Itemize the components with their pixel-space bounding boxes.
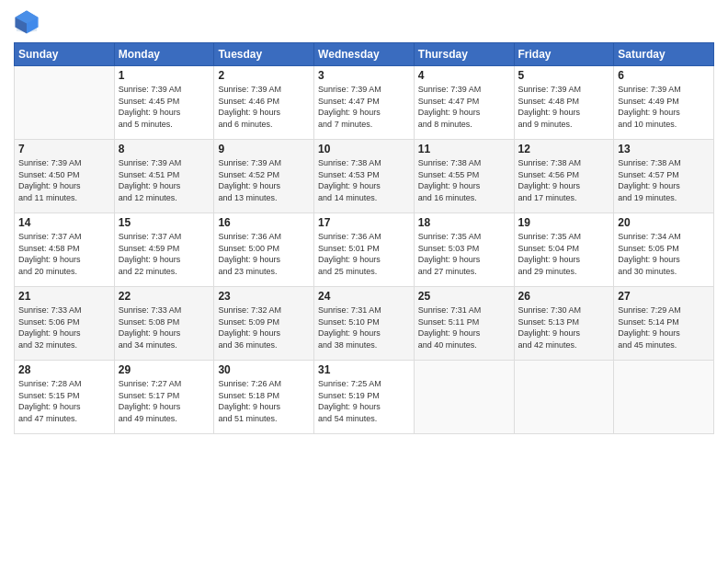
header-cell-thursday: Thursday [414, 43, 514, 66]
day-number: 5 [518, 69, 610, 82]
day-info: Sunrise: 7:39 AM Sunset: 4:47 PM Dayligh… [418, 84, 510, 130]
logo [14, 9, 43, 35]
day-info: Sunrise: 7:35 AM Sunset: 5:03 PM Dayligh… [418, 231, 510, 277]
day-info: Sunrise: 7:38 AM Sunset: 4:57 PM Dayligh… [618, 157, 710, 203]
day-cell: 14Sunrise: 7:37 AM Sunset: 4:58 PM Dayli… [15, 213, 115, 287]
day-info: Sunrise: 7:39 AM Sunset: 4:49 PM Dayligh… [618, 84, 710, 130]
header [14, 9, 714, 35]
day-number: 17 [318, 216, 410, 229]
day-cell: 31Sunrise: 7:25 AM Sunset: 5:19 PM Dayli… [314, 361, 415, 434]
header-cell-tuesday: Tuesday [214, 43, 314, 66]
day-number: 22 [119, 290, 210, 303]
day-info: Sunrise: 7:39 AM Sunset: 4:50 PM Dayligh… [18, 157, 110, 203]
day-number: 14 [18, 216, 110, 229]
day-info: Sunrise: 7:35 AM Sunset: 5:04 PM Dayligh… [518, 231, 610, 277]
day-info: Sunrise: 7:26 AM Sunset: 5:18 PM Dayligh… [218, 378, 310, 424]
day-number: 9 [218, 143, 310, 155]
header-cell-wednesday: Wednesday [314, 43, 415, 66]
day-info: Sunrise: 7:34 AM Sunset: 5:05 PM Dayligh… [618, 231, 710, 277]
day-cell: 16Sunrise: 7:36 AM Sunset: 5:00 PM Dayli… [214, 213, 314, 287]
day-info: Sunrise: 7:30 AM Sunset: 5:13 PM Dayligh… [518, 304, 610, 350]
day-cell: 20Sunrise: 7:34 AM Sunset: 5:05 PM Dayli… [614, 213, 714, 287]
day-info: Sunrise: 7:39 AM Sunset: 4:47 PM Dayligh… [318, 84, 410, 130]
day-number: 19 [518, 216, 610, 229]
day-cell: 29Sunrise: 7:27 AM Sunset: 5:17 PM Dayli… [114, 361, 214, 434]
day-number: 29 [119, 363, 210, 376]
day-number: 24 [318, 290, 410, 303]
day-info: Sunrise: 7:39 AM Sunset: 4:52 PM Dayligh… [218, 157, 310, 203]
day-cell: 18Sunrise: 7:35 AM Sunset: 5:03 PM Dayli… [414, 213, 514, 287]
day-cell: 27Sunrise: 7:29 AM Sunset: 5:14 PM Dayli… [614, 287, 714, 361]
day-info: Sunrise: 7:36 AM Sunset: 5:00 PM Dayligh… [218, 231, 310, 277]
day-number: 21 [18, 290, 110, 303]
week-row-2: 14Sunrise: 7:37 AM Sunset: 4:58 PM Dayli… [15, 213, 714, 287]
header-cell-saturday: Saturday [614, 43, 714, 66]
day-info: Sunrise: 7:36 AM Sunset: 5:01 PM Dayligh… [318, 231, 410, 277]
day-cell: 9Sunrise: 7:39 AM Sunset: 4:52 PM Daylig… [214, 140, 314, 213]
day-cell: 28Sunrise: 7:28 AM Sunset: 5:15 PM Dayli… [15, 361, 115, 434]
day-cell: 17Sunrise: 7:36 AM Sunset: 5:01 PM Dayli… [314, 213, 415, 287]
day-info: Sunrise: 7:38 AM Sunset: 4:56 PM Dayligh… [518, 157, 610, 203]
header-cell-sunday: Sunday [15, 43, 115, 66]
day-info: Sunrise: 7:33 AM Sunset: 5:06 PM Dayligh… [18, 304, 110, 350]
day-number: 13 [618, 143, 710, 155]
day-info: Sunrise: 7:31 AM Sunset: 5:10 PM Dayligh… [318, 304, 410, 350]
day-cell: 1Sunrise: 7:39 AM Sunset: 4:45 PM Daylig… [114, 66, 214, 140]
day-info: Sunrise: 7:37 AM Sunset: 4:58 PM Dayligh… [18, 231, 110, 277]
day-cell [614, 361, 714, 434]
day-number: 26 [518, 290, 610, 303]
day-number: 12 [518, 143, 610, 155]
calendar-table: SundayMondayTuesdayWednesdayThursdayFrid… [14, 42, 714, 434]
day-cell: 8Sunrise: 7:39 AM Sunset: 4:51 PM Daylig… [114, 140, 214, 213]
day-info: Sunrise: 7:39 AM Sunset: 4:45 PM Dayligh… [119, 84, 210, 130]
day-cell: 23Sunrise: 7:32 AM Sunset: 5:09 PM Dayli… [214, 287, 314, 361]
day-info: Sunrise: 7:33 AM Sunset: 5:08 PM Dayligh… [119, 304, 210, 350]
day-number: 27 [618, 290, 710, 303]
day-info: Sunrise: 7:38 AM Sunset: 4:53 PM Dayligh… [318, 157, 410, 203]
day-number: 2 [218, 69, 310, 82]
day-cell: 5Sunrise: 7:39 AM Sunset: 4:48 PM Daylig… [514, 66, 614, 140]
day-cell: 13Sunrise: 7:38 AM Sunset: 4:57 PM Dayli… [614, 140, 714, 213]
day-cell: 4Sunrise: 7:39 AM Sunset: 4:47 PM Daylig… [414, 66, 514, 140]
day-cell: 26Sunrise: 7:30 AM Sunset: 5:13 PM Dayli… [514, 287, 614, 361]
header-cell-friday: Friday [514, 43, 614, 66]
day-cell: 2Sunrise: 7:39 AM Sunset: 4:46 PM Daylig… [214, 66, 314, 140]
day-number: 25 [418, 290, 510, 303]
day-cell: 3Sunrise: 7:39 AM Sunset: 4:47 PM Daylig… [314, 66, 415, 140]
week-row-3: 21Sunrise: 7:33 AM Sunset: 5:06 PM Dayli… [15, 287, 714, 361]
day-number: 7 [18, 143, 110, 155]
day-info: Sunrise: 7:39 AM Sunset: 4:46 PM Dayligh… [218, 84, 310, 130]
day-cell [15, 66, 115, 140]
day-cell: 25Sunrise: 7:31 AM Sunset: 5:11 PM Dayli… [414, 287, 514, 361]
day-cell: 24Sunrise: 7:31 AM Sunset: 5:10 PM Dayli… [314, 287, 415, 361]
day-info: Sunrise: 7:27 AM Sunset: 5:17 PM Dayligh… [119, 378, 210, 424]
calendar-header-row: SundayMondayTuesdayWednesdayThursdayFrid… [15, 43, 714, 66]
day-number: 31 [318, 363, 410, 376]
day-cell: 22Sunrise: 7:33 AM Sunset: 5:08 PM Dayli… [114, 287, 214, 361]
day-cell [514, 361, 614, 434]
week-row-4: 28Sunrise: 7:28 AM Sunset: 5:15 PM Dayli… [15, 361, 714, 434]
day-info: Sunrise: 7:32 AM Sunset: 5:09 PM Dayligh… [218, 304, 310, 350]
day-cell [414, 361, 514, 434]
day-number: 1 [119, 69, 210, 82]
day-cell: 30Sunrise: 7:26 AM Sunset: 5:18 PM Dayli… [214, 361, 314, 434]
day-cell: 15Sunrise: 7:37 AM Sunset: 4:59 PM Dayli… [114, 213, 214, 287]
day-number: 28 [18, 363, 110, 376]
day-number: 11 [418, 143, 510, 155]
day-info: Sunrise: 7:38 AM Sunset: 4:55 PM Dayligh… [418, 157, 510, 203]
week-row-1: 7Sunrise: 7:39 AM Sunset: 4:50 PM Daylig… [15, 140, 714, 213]
day-number: 15 [119, 216, 210, 229]
day-number: 8 [119, 143, 210, 155]
header-cell-monday: Monday [114, 43, 214, 66]
day-cell: 6Sunrise: 7:39 AM Sunset: 4:49 PM Daylig… [614, 66, 714, 140]
day-info: Sunrise: 7:39 AM Sunset: 4:48 PM Dayligh… [518, 84, 610, 130]
day-cell: 21Sunrise: 7:33 AM Sunset: 5:06 PM Dayli… [15, 287, 115, 361]
day-number: 6 [618, 69, 710, 82]
day-number: 10 [318, 143, 410, 155]
day-info: Sunrise: 7:29 AM Sunset: 5:14 PM Dayligh… [618, 304, 710, 350]
day-info: Sunrise: 7:25 AM Sunset: 5:19 PM Dayligh… [318, 378, 410, 424]
day-number: 30 [218, 363, 310, 376]
day-number: 20 [618, 216, 710, 229]
page: SundayMondayTuesdayWednesdayThursdayFrid… [0, 0, 728, 563]
day-cell: 10Sunrise: 7:38 AM Sunset: 4:53 PM Dayli… [314, 140, 415, 213]
